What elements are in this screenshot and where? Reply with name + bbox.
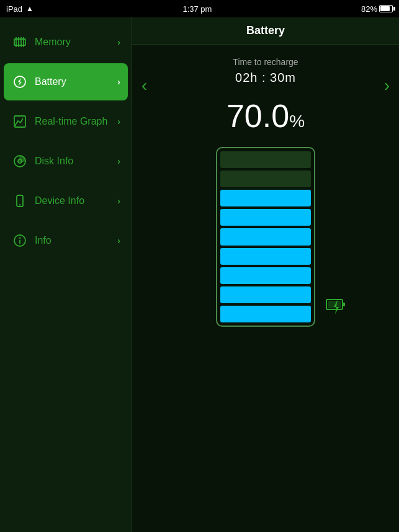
status-left: iPad ▲ (6, 4, 34, 14)
disk-icon (11, 153, 29, 170)
sidebar-item-memory[interactable]: Memory › (4, 24, 128, 61)
sidebar-label-info: Info (35, 235, 117, 246)
content-header: Battery (132, 17, 399, 45)
device-label: iPad (6, 4, 22, 14)
sidebar: Memory › Battery › Real-t (0, 17, 132, 532)
sidebar-label-device: Device Info (35, 195, 117, 206)
status-time: 1:37 pm (182, 4, 212, 14)
percent-symbol: % (289, 112, 305, 131)
chevron-device: › (117, 196, 120, 206)
time-value: 02h : 30m (235, 71, 296, 85)
battery-segment-4 (220, 209, 311, 226)
sidebar-label-graph: Real-time Graph (35, 116, 117, 127)
battery-segment-3 (220, 190, 311, 206)
status-bar: iPad ▲ 1:37 pm 82% (0, 0, 399, 17)
status-right: 82% (361, 4, 393, 14)
sidebar-label-disk: Disk Info (35, 156, 117, 167)
battery-segment-6 (220, 248, 311, 265)
svg-point-13 (14, 76, 25, 87)
battery-visual-container (216, 147, 315, 327)
chevron-memory: › (117, 37, 120, 47)
graph-icon (11, 113, 29, 130)
nav-arrow-left[interactable]: ‹ (141, 76, 147, 95)
svg-rect-26 (328, 301, 341, 308)
percent-number: 70.0 (226, 98, 289, 134)
svg-marker-14 (18, 78, 22, 86)
battery-percentage: 70.0% (226, 97, 305, 135)
nav-arrow-right[interactable]: › (384, 76, 390, 95)
svg-rect-25 (343, 303, 345, 306)
chevron-info: › (117, 236, 120, 246)
battery-visual (216, 147, 315, 327)
charging-icon (325, 296, 347, 321)
svg-point-23 (20, 238, 20, 239)
chevron-graph: › (117, 117, 120, 126)
sidebar-item-battery[interactable]: Battery › (4, 63, 128, 100)
sidebar-item-device-info[interactable]: Device Info › (4, 182, 128, 219)
battery-segment-5 (220, 228, 311, 245)
info-icon (11, 232, 29, 249)
sidebar-item-info[interactable]: Info › (4, 222, 128, 259)
sidebar-label-memory: Memory (35, 37, 117, 48)
content-area: Battery ‹ › Time to recharge 02h : 30m 7… (132, 17, 399, 532)
chevron-battery: › (117, 77, 120, 87)
chevron-disk: › (117, 156, 120, 166)
battery-segment-7 (220, 267, 311, 284)
battery-percent-status: 82% (361, 4, 377, 14)
device-icon (11, 192, 29, 210)
battery-segment-2 (220, 171, 311, 187)
sidebar-item-disk-info[interactable]: Disk Info › (4, 143, 128, 180)
content-title: Battery (246, 24, 285, 37)
sidebar-item-realtime-graph[interactable]: Real-time Graph › (4, 103, 128, 140)
battery-segment-8 (220, 286, 311, 303)
main-layout: Memory › Battery › Real-t (0, 17, 399, 532)
battery-sidebar-icon (11, 73, 29, 91)
battery-content: ‹ › Time to recharge 02h : 30m 70.0% (132, 45, 399, 532)
time-label: Time to recharge (233, 57, 298, 67)
memory-icon (11, 33, 29, 51)
wifi-icon: ▲ (26, 4, 34, 13)
battery-nub (250, 147, 281, 148)
battery-segment-9 (220, 306, 311, 322)
battery-segment-1 (220, 151, 311, 168)
sidebar-label-battery: Battery (35, 76, 117, 87)
battery-status-icon (379, 5, 393, 12)
